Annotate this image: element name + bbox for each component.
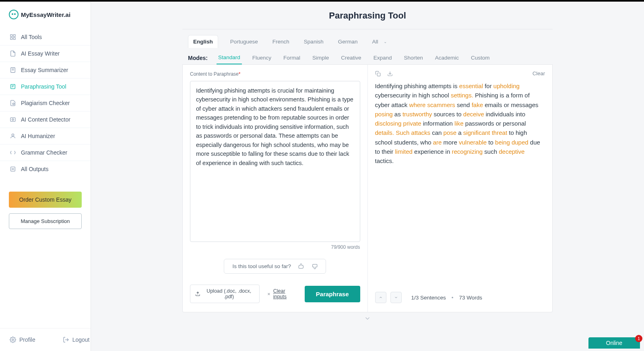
content-textarea[interactable] [190,81,360,242]
chevron-down-icon [364,315,371,322]
thumbs-up-icon[interactable] [298,263,304,269]
online-status-badge[interactable]: Online 1 [588,337,640,349]
sidebar-item-label: AI Content Detector [21,116,70,123]
highlighted-word[interactable]: like [454,120,464,127]
manage-subscription-button[interactable]: Manage Subscription [9,213,82,229]
gear-icon [10,337,16,343]
output-segment: more [442,139,459,146]
next-sentence-button[interactable] [390,292,402,303]
highlighted-word[interactable]: recognizing [452,148,483,155]
svg-rect-11 [10,118,15,121]
highlighted-word[interactable]: deceptive [499,148,524,155]
mode-tab-custom[interactable]: Custom [469,52,491,64]
mode-tab-simple[interactable]: Simple [311,52,330,64]
output-pane: Clear Identifying phishing attempts is e… [368,65,553,312]
mode-tab-formal[interactable]: Formal [282,52,302,64]
sidebar-item-label: Essay Summarizer [21,67,68,73]
input-footer: Upload (.doc, .docx, .pdf) Clear inputs … [190,280,360,308]
output-segment: cybersecurity in high school [375,92,451,99]
clear-output-link[interactable]: Clear [533,70,545,76]
mode-tab-creative[interactable]: Creative [339,52,363,64]
highlighted-word[interactable]: essential [459,83,483,89]
highlighted-word[interactable]: disclosing private [375,120,421,127]
grammar-icon [10,149,16,156]
sidebar-item-essay-summarizer[interactable]: Essay Summarizer [0,62,91,78]
language-tab-all[interactable]: All [369,36,380,47]
svg-rect-2 [10,37,12,39]
svg-rect-22 [377,73,380,76]
sidebar-item-label: Paraphrasing Tool [21,83,66,90]
output-footer: 1/3 Sentences • 73 Words [375,287,545,308]
clear-inputs-link[interactable]: Clear inputs [267,288,297,299]
output-segment: for [483,83,493,89]
sidebar-item-label: All Tools [21,34,42,40]
sidebar-item-all-tools[interactable]: All Tools [0,29,91,45]
svg-point-17 [12,339,14,341]
clear-inputs-label: Clear inputs [273,288,297,299]
sidebar-item-grammar-checker[interactable]: Grammar Checker [0,145,91,161]
output-segment: emails or messages [483,101,539,108]
output-segment: individuals into [484,111,526,118]
online-label: Online [606,340,622,346]
profile-link[interactable]: Profile [10,337,35,343]
logout-link[interactable]: Logout [63,337,90,343]
highlighted-word[interactable]: settings. [451,92,473,99]
highlighted-word[interactable]: deceive [463,111,484,118]
sidebar-item-paraphrasing-tool[interactable]: Paraphrasing Tool [0,78,91,95]
thumbs-down-icon[interactable] [312,263,318,269]
sidebar-item-label: AI Essay Writer [21,50,60,57]
sidebar-footer: Profile Logout [0,328,91,351]
language-tab-english[interactable]: English [188,35,218,48]
sidebar-item-ai-humanizer[interactable]: AI Humanizer [0,128,91,145]
mode-tab-fluency[interactable]: Fluency [251,52,273,64]
output-toolbar: Clear [375,70,545,81]
highlighted-word[interactable]: vulnerable [459,139,487,146]
sidebar-item-all-outputs[interactable]: All Outputs [0,161,91,177]
copy-icon[interactable] [375,71,381,76]
download-icon[interactable] [387,71,393,76]
svg-point-13 [12,134,14,136]
sidebar-item-label: AI Humanizer [21,133,55,139]
highlighted-word[interactable]: significant threat [463,129,507,136]
highlighted-word[interactable]: upholding [493,83,520,89]
svg-rect-1 [13,35,15,37]
highlighted-word[interactable]: are [433,139,442,146]
highlighted-word[interactable]: pose [444,129,457,136]
language-tab-spanish[interactable]: Spanish [301,36,326,47]
svg-rect-3 [13,37,15,39]
mode-tab-expand[interactable]: Expand [372,52,394,64]
language-tab-german[interactable]: German [336,36,360,47]
page-title: Paraphrasing Tool [182,7,553,29]
highlighted-word[interactable]: posing [375,111,393,118]
mode-tab-standard[interactable]: Standard [217,51,242,64]
output-segment: sources to [432,111,463,118]
notification-count: 1 [635,335,642,342]
highlighted-word[interactable]: being duped [495,139,528,146]
highlighted-word[interactable]: trustworthy [402,111,432,118]
mode-tab-shorten[interactable]: Shorten [402,52,424,64]
humanizer-icon [10,133,16,139]
language-tab-french[interactable]: French [270,36,292,47]
highlighted-word[interactable]: fake [472,101,483,108]
highlighted-word[interactable]: where scammers [409,101,455,108]
output-segment: as [393,111,402,118]
sidebar-item-ai-content-detector[interactable]: AI Content Detector [0,111,91,128]
prev-sentence-button[interactable] [375,292,386,303]
expand-chevron[interactable] [182,312,553,326]
language-tab-portuguese[interactable]: Portuguese [228,36,260,47]
output-segment: a [456,129,463,136]
modes-label: Modes: [188,55,208,61]
chevron-down-icon [394,295,398,299]
logout-icon [63,337,69,343]
main-content: Paraphrasing Tool EnglishPortugueseFrenc… [91,2,644,351]
mode-tab-academic[interactable]: Academic [433,52,460,64]
order-custom-essay-button[interactable]: Order Custom Essay [9,192,82,208]
paraphrase-button[interactable]: Paraphrase [305,286,360,302]
language-tabs: EnglishPortugueseFrenchSpanishGermanAll⌄ [182,33,553,50]
sidebar-item-ai-essay-writer[interactable]: AI Essay Writer [0,45,91,62]
highlighted-word[interactable]: details. Such attacks [375,129,431,136]
useful-feedback-box: Is this tool useful so far? [224,259,326,274]
sidebar-item-plagiarism-checker[interactable]: Plagiarism Checker [0,95,91,111]
upload-button[interactable]: Upload (.doc, .docx, .pdf) [190,285,260,303]
highlighted-word[interactable]: limited [395,148,413,155]
